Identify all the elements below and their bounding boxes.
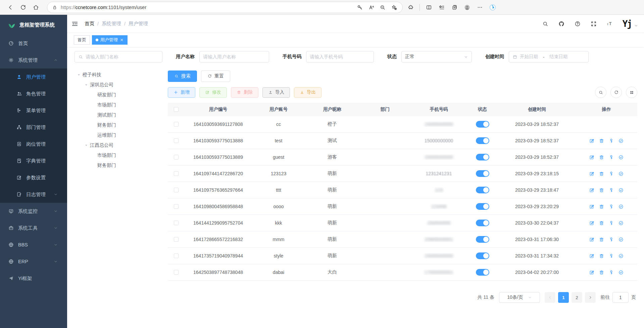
op-edit-button[interactable] <box>589 253 595 259</box>
reset-button[interactable]: 重置 <box>201 71 230 82</box>
check-circle-button[interactable] <box>618 253 624 259</box>
copilot-button[interactable] <box>487 2 498 13</box>
dept-search-field[interactable] <box>75 51 162 62</box>
delete-button[interactable]: 删除 <box>231 87 258 98</box>
key2-button[interactable] <box>608 138 614 144</box>
caret-down-icon[interactable] <box>77 73 81 77</box>
op-edit-button[interactable] <box>589 187 595 193</box>
sidebar-item-home[interactable]: 首页 <box>0 35 67 52</box>
goto-page-input[interactable] <box>612 292 629 303</box>
sidebar-collapse-icon[interactable] <box>71 20 79 28</box>
sidebar-item-user-mgmt[interactable]: 用户管理 <box>0 68 67 85</box>
reload-button[interactable] <box>17 2 29 13</box>
trash-button[interactable] <box>599 138 604 144</box>
tree-node[interactable]: 市场部门 <box>74 100 161 110</box>
tree-node[interactable]: 财务部门 <box>74 160 161 171</box>
username-field[interactable] <box>199 51 269 62</box>
tab-home[interactable]: 首页 <box>74 35 90 45</box>
row-checkbox[interactable] <box>174 237 179 242</box>
dept-search-input[interactable] <box>86 54 159 59</box>
profile-button[interactable] <box>461 2 473 13</box>
address-bar[interactable]: https://ccnetcore.com:1101/system/user <box>47 2 403 13</box>
row-checkbox[interactable] <box>174 188 179 192</box>
trash-button[interactable] <box>599 154 604 160</box>
op-edit-button[interactable] <box>589 138 595 144</box>
tree-node[interactable]: 测试部门 <box>74 110 161 120</box>
search-button[interactable] <box>541 20 549 28</box>
caret-down-icon[interactable] <box>84 83 89 87</box>
sidebar-item-yi-framework[interactable]: Yi框架 <box>0 270 67 287</box>
status-toggle[interactable] <box>476 170 489 177</box>
select-all-checkbox[interactable] <box>174 107 179 112</box>
check-circle-button[interactable] <box>618 220 624 226</box>
close-icon[interactable] <box>120 38 124 42</box>
check-circle-button[interactable] <box>618 138 624 144</box>
tab-user-mgmt[interactable]: 用户管理 <box>92 35 128 45</box>
status-toggle[interactable] <box>476 137 489 144</box>
phone-field[interactable] <box>306 51 374 62</box>
tree-node[interactable]: 江西总公司 <box>74 140 161 150</box>
import-button[interactable]: 导入 <box>262 87 290 98</box>
key2-button[interactable] <box>608 237 614 242</box>
check-circle-button[interactable] <box>618 237 624 242</box>
sidebar-item-role-mgmt[interactable]: 角色管理 <box>0 85 67 102</box>
op-edit-button[interactable] <box>589 220 595 226</box>
trash-button[interactable] <box>599 253 604 259</box>
status-select[interactable]: 正常 <box>401 51 472 62</box>
trash-button[interactable] <box>599 204 604 209</box>
date-range-picker[interactable]: 开始日期 - 结束日期 <box>509 51 589 62</box>
trash-button[interactable] <box>599 237 604 242</box>
sidebar-item-param-settings[interactable]: 参数设置 <box>0 169 67 186</box>
key2-button[interactable] <box>608 270 614 275</box>
page-1-button[interactable]: 1 <box>558 292 569 303</box>
check-circle-button[interactable] <box>618 154 624 160</box>
row-checkbox[interactable] <box>174 138 179 143</box>
sidebar-item-system-mgmt[interactable]: 系统管理 <box>0 52 67 68</box>
sidebar-item-post-mgmt[interactable]: 岗位管理 <box>0 136 67 152</box>
check-circle-button[interactable] <box>618 270 624 275</box>
zoom-out-button[interactable] <box>378 2 388 12</box>
sidebar-item-dept-mgmt[interactable]: 部门管理 <box>0 119 67 136</box>
refresh-circle-button[interactable] <box>610 87 622 98</box>
status-toggle[interactable] <box>476 269 489 276</box>
user-menu[interactable]: Yj <box>623 19 638 29</box>
row-checkbox[interactable] <box>174 270 179 275</box>
trash-button[interactable] <box>599 187 604 193</box>
key2-button[interactable] <box>608 253 614 259</box>
tree-node[interactable]: 橙子科技 <box>74 70 161 80</box>
status-toggle[interactable] <box>476 220 489 226</box>
help-button[interactable] <box>574 20 582 28</box>
trash-button[interactable] <box>599 171 604 177</box>
favorite-add-button[interactable] <box>389 2 399 12</box>
export-button[interactable]: 导出 <box>294 87 321 98</box>
phone-input[interactable] <box>310 54 370 59</box>
collections-button[interactable] <box>449 2 460 13</box>
row-checkbox[interactable] <box>174 253 179 258</box>
row-checkbox[interactable] <box>174 221 179 225</box>
status-toggle[interactable] <box>476 121 489 128</box>
tree-node[interactable]: 研发部门 <box>74 90 161 100</box>
username-input[interactable] <box>203 54 265 59</box>
tree-node[interactable]: 深圳总公司 <box>74 80 161 90</box>
sidebar-item-sys-tools[interactable]: 系统工具 <box>0 220 67 236</box>
fullscreen-button[interactable] <box>590 20 598 28</box>
op-edit-button[interactable] <box>589 270 595 275</box>
back-button[interactable] <box>5 2 16 13</box>
key2-button[interactable] <box>608 154 614 160</box>
row-checkbox[interactable] <box>174 171 179 176</box>
op-edit-button[interactable] <box>589 154 595 160</box>
tree-node[interactable]: 市场部门 <box>74 150 161 160</box>
modify-button[interactable]: 修改 <box>199 87 227 98</box>
key-button[interactable] <box>355 2 365 12</box>
check-circle-button[interactable] <box>618 171 624 177</box>
row-checkbox[interactable] <box>174 204 179 209</box>
github-button[interactable] <box>557 20 565 28</box>
sidebar-item-dict-mgmt[interactable]: 字典管理 <box>0 152 67 169</box>
search-circle-button[interactable] <box>595 87 606 98</box>
grid-circle-button[interactable] <box>626 87 637 98</box>
home-button[interactable] <box>30 2 42 13</box>
breadcrumb-item[interactable]: 首页 <box>85 20 94 27</box>
key2-button[interactable] <box>608 187 614 193</box>
prev-page-button[interactable] <box>545 292 555 303</box>
font-size-button[interactable]: тT <box>606 20 614 28</box>
